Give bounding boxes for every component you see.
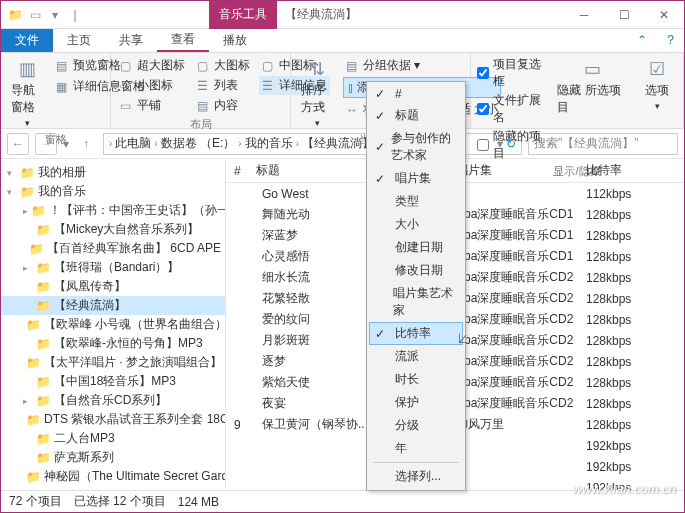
maximize-button[interactable]: ☐ [604, 1, 644, 29]
tree-node[interactable]: ▸📁【班得瑞（Bandari）】 [1, 258, 225, 277]
hidden-items-toggle[interactable]: 隐藏的项目 [477, 128, 547, 162]
tab-share[interactable]: 共享 [105, 29, 157, 52]
view-list[interactable]: ☰列表 [194, 76, 253, 95]
file-tab[interactable]: 文件 [1, 29, 53, 52]
tree-node[interactable]: ▾📁我的音乐 [1, 182, 225, 201]
tab-home[interactable]: 主页 [53, 29, 105, 52]
tree-node[interactable]: 📁【经典流淌】 [1, 296, 225, 315]
navigation-tree[interactable]: ▾📁我的相册▾📁我的音乐▸📁！【评书：中国帝王史话】（孙一）📁【Mickey大自… [1, 159, 226, 489]
col-num[interactable]: # [226, 164, 256, 178]
file-list: # 标题 唱片集 比特率 Go West112kbps舞随光动Spa深度睡眠音乐… [226, 159, 684, 489]
tree-node[interactable]: 📁【百首经典军旅名曲】 6CD APE [1, 239, 225, 258]
menu-item[interactable]: 保护 [369, 391, 463, 414]
status-size: 124 MB [178, 495, 219, 509]
menu-item[interactable]: ✓标题 [369, 104, 463, 127]
add-column-menu[interactable]: ✓#✓标题✓参与创作的艺术家✓唱片集类型大小创建日期修改日期唱片集艺术家✓比特率… [366, 81, 466, 491]
view-content[interactable]: ▤内容 [194, 96, 253, 115]
help-icon[interactable]: ? [657, 29, 684, 52]
qat-dropdown-icon[interactable]: ▾ [47, 7, 63, 23]
tree-node[interactable]: 📁DTS 紫银水晶试音王系列全套 18CD [1, 410, 225, 429]
tree-node[interactable]: 📁【凤凰传奇】 [1, 277, 225, 296]
window-title: 【经典流淌】 [277, 6, 564, 23]
menu-item[interactable]: ✓# [369, 84, 463, 104]
menu-item[interactable]: 大小 [369, 213, 463, 236]
view-l-icons[interactable]: ▢大图标 [194, 56, 253, 75]
menu-item[interactable]: 流派 [369, 345, 463, 368]
menu-item[interactable]: 时长 [369, 368, 463, 391]
sort-button[interactable]: ⇅排序方式▾ [297, 56, 337, 130]
props-icon[interactable]: ▭ [27, 7, 43, 23]
col-album[interactable]: 唱片集 [456, 162, 586, 179]
crumb-pc[interactable]: 此电脑 [115, 135, 151, 152]
col-bitrate[interactable]: 比特率 [586, 162, 646, 179]
item-checkboxes-toggle[interactable]: 项目复选框 [477, 56, 547, 90]
minimize-button[interactable]: ─ [564, 1, 604, 29]
tab-view[interactable]: 查看 [157, 29, 209, 52]
tree-node[interactable]: 📁萨克斯系列 [1, 448, 225, 467]
title-bar: 📁 ▭ ▾ | 音乐工具 【经典流淌】 ─ ☐ ✕ [1, 1, 684, 29]
status-selected: 已选择 12 个项目 [74, 493, 166, 510]
divider: | [67, 7, 83, 23]
group-panes-label: 窗格 [7, 130, 104, 147]
tree-node[interactable]: ▸📁【自然音乐CD系列】 [1, 391, 225, 410]
file-ext-toggle[interactable]: 文件扩展名 [477, 92, 547, 126]
menu-item[interactable]: 唱片集艺术家 [369, 282, 463, 322]
view-s-icons[interactable]: ▫小图标 [117, 76, 188, 95]
context-tab-music[interactable]: 音乐工具 [209, 1, 277, 29]
close-button[interactable]: ✕ [644, 1, 684, 29]
crumb-music[interactable]: 我的音乐 [245, 135, 293, 152]
group-layout-label: 布局 [117, 115, 284, 132]
menu-item[interactable]: 类型 [369, 190, 463, 213]
hide-selected-button[interactable]: ▭隐藏 所选项目 [553, 56, 631, 118]
tree-node[interactable]: 📁神秘园（The Ultimate Secret Garden） [1, 467, 225, 486]
tree-node[interactable]: 📁神秘园全集.MP3.192kbps [1, 486, 225, 489]
menu-item[interactable]: ✓唱片集 [369, 167, 463, 190]
menu-item[interactable]: 修改日期 [369, 259, 463, 282]
tab-play[interactable]: 播放 [209, 29, 261, 52]
options-button[interactable]: ☑选项▾ [637, 56, 677, 113]
menu-item[interactable]: ✓参与创作的艺术家 [369, 127, 463, 167]
tree-node[interactable]: ▸📁！【评书：中国帝王史话】（孙一） [1, 201, 225, 220]
tree-node[interactable]: 📁【欧翠峰 小号魂（世界名曲组合）】 [1, 315, 225, 334]
tree-node[interactable]: 📁【Mickey大自然音乐系列】 [1, 220, 225, 239]
folder-icon: 📁 [7, 7, 23, 23]
watermark: www.Xfan.com.cn [573, 481, 676, 496]
nav-pane-button[interactable]: ▥导航窗格▾ [7, 56, 47, 130]
view-tiles[interactable]: ▭平铺 [117, 96, 188, 115]
tree-node[interactable]: ▾📁我的相册 [1, 163, 225, 182]
tree-node[interactable]: 📁【欧翠峰-永恒的号角】MP3 [1, 334, 225, 353]
tree-node[interactable]: 📁【太平洋唱片 · 梦之旅演唱组合】 [1, 353, 225, 372]
status-item-count: 72 个项目 [9, 493, 62, 510]
crumb-drive[interactable]: 数据卷 （E:） [161, 135, 236, 152]
menu-item[interactable]: 创建日期 [369, 236, 463, 259]
quick-access-toolbar: 📁 ▭ ▾ | [1, 7, 89, 23]
view-xl-icons[interactable]: ▢超大图标 [117, 56, 188, 75]
ribbon-collapse-icon[interactable]: ⌃ [627, 29, 657, 52]
ribbon-tabs: 文件 主页 共享 查看 播放 ⌃ ? [1, 29, 684, 53]
tree-node[interactable]: 📁【中国18轻音乐】MP3 [1, 372, 225, 391]
ribbon: ▥导航窗格▾ ▤预览窗格 ▦详细信息窗格 窗格 ▢超大图标 ▫小图标 ▭平铺 ▢… [1, 53, 684, 129]
menu-item[interactable]: 选择列... [369, 465, 463, 488]
menu-item[interactable]: ✓比特率⟀ [369, 322, 463, 345]
tree-node[interactable]: 📁二人台MP3 [1, 429, 225, 448]
menu-item[interactable]: 分级 [369, 414, 463, 437]
menu-item[interactable]: 年 [369, 437, 463, 460]
